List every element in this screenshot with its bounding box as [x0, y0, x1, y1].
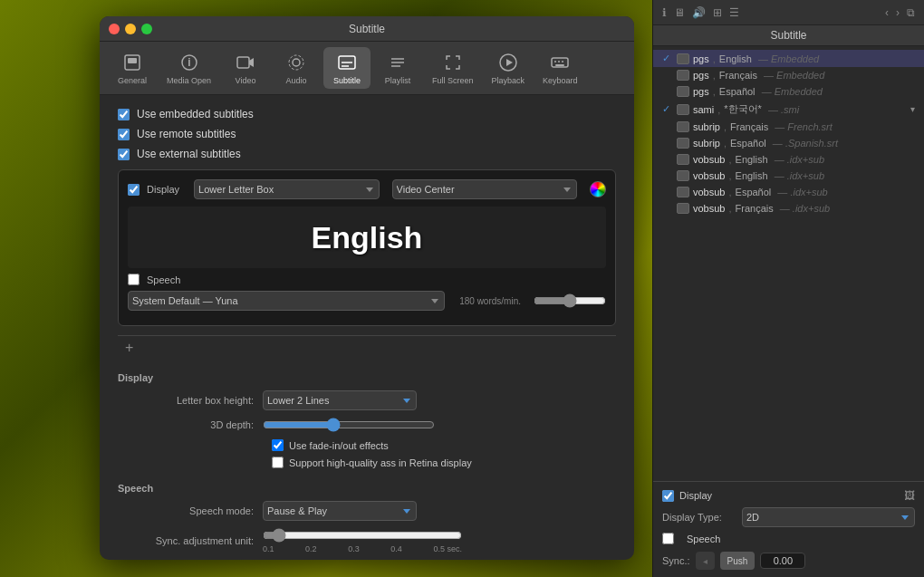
- display-preview-checkbox[interactable]: [128, 184, 140, 196]
- subtitle-item[interactable]: pgs , Français — Embedded: [653, 67, 924, 83]
- retina-checkbox[interactable]: [272, 457, 284, 468]
- fullscreen-icon: [441, 51, 465, 74]
- external-checkbox[interactable]: [118, 149, 130, 160]
- minimize-button[interactable]: [125, 24, 136, 34]
- subtitle-check: ✓: [662, 103, 673, 115]
- traffic-lights: [109, 24, 152, 34]
- remote-checkbox[interactable]: [118, 129, 130, 140]
- speech-mode-label: Speech mode:: [118, 505, 263, 516]
- words-per-min: 180 words/min.: [459, 296, 521, 306]
- subtitle-item[interactable]: vobsub , English — .idx+sub: [653, 151, 924, 168]
- toolbar-subtitle-label: Subtitle: [333, 76, 361, 85]
- subtitle-preview-box: Display Lower Letter Box Upper Letter Bo…: [118, 169, 616, 326]
- speech-bottom-row: Speech: [662, 533, 915, 544]
- embedded-checkbox-row: Use embedded subtitles: [118, 108, 616, 120]
- monitor-icon[interactable]: 🖥: [674, 6, 685, 19]
- fade-checkbox[interactable]: [272, 439, 284, 451]
- subtitle-type-icon: [677, 203, 689, 214]
- toolbar-playlist[interactable]: Playlist: [374, 47, 421, 89]
- embedded-checkbox[interactable]: [118, 109, 130, 120]
- align-select[interactable]: Video Center Video Left Video Right: [392, 179, 577, 199]
- media-open-icon: i: [178, 51, 201, 74]
- playback-icon: [496, 51, 520, 74]
- toolbar-video[interactable]: Video: [222, 47, 269, 89]
- english-text: English: [312, 220, 423, 255]
- retina-label: Support high-quality ass in Retina displ…: [289, 457, 472, 468]
- subtitle-type-icon: [677, 104, 689, 115]
- toolbar-general-label: General: [118, 76, 147, 85]
- toolbar-audio[interactable]: Audio: [273, 47, 320, 89]
- video-icon: [234, 51, 257, 74]
- image-icon[interactable]: 🖼: [904, 489, 915, 502]
- grid-icon[interactable]: ⊞: [713, 6, 722, 19]
- letter-box-select[interactable]: Lower 2 Lines Lower 1 Line Lower 3 Lines: [263, 390, 417, 410]
- volume-icon[interactable]: 🔊: [692, 6, 706, 19]
- subtitle-type-icon: [677, 53, 689, 64]
- subtitle-type-icon: [677, 187, 689, 197]
- toolbar-media-open[interactable]: i Media Open: [159, 47, 218, 89]
- svg-text:i: i: [188, 56, 190, 69]
- position-select[interactable]: Lower Letter Box Upper Letter Box Video …: [194, 179, 379, 199]
- subtitle-type-icon: [677, 86, 689, 97]
- toolbar-fullscreen[interactable]: Full Screen: [425, 47, 481, 89]
- list-icon[interactable]: ☰: [729, 6, 739, 19]
- forward-icon[interactable]: ›: [896, 6, 900, 19]
- subtitle-type-icon: [677, 70, 689, 81]
- toolbar-keyboard[interactable]: Keyboard: [535, 47, 585, 89]
- add-subtitle-button[interactable]: +: [118, 335, 616, 360]
- svg-point-5: [293, 59, 300, 66]
- depth-label: 3D depth:: [118, 419, 263, 430]
- subtitle-item[interactable]: vobsub , Español — .idx+sub: [653, 184, 924, 200]
- english-display: English: [128, 207, 606, 268]
- speech-checkbox[interactable]: [128, 274, 140, 285]
- remote-label: Use remote subtitles: [137, 128, 236, 140]
- top-bar: ℹ 🖥 🔊 ⊞ ☰ ‹ › ⧉: [653, 0, 924, 25]
- speech-voice-select[interactable]: System Default — Yuna: [128, 291, 445, 311]
- toolbar: General i Media Open Video Audio Subtitl…: [100, 42, 634, 95]
- subtitle-item[interactable]: subrip , Français — French.srt: [653, 119, 924, 135]
- toolbar-video-label: Video: [236, 76, 256, 85]
- subtitle-type-icon: [677, 154, 689, 165]
- color-wheel[interactable]: [590, 181, 606, 197]
- back-icon[interactable]: ‹: [885, 6, 889, 19]
- sync-push-button[interactable]: Push: [720, 552, 756, 570]
- subtitle-item[interactable]: subrip , Español — .Spanish.srt: [653, 135, 924, 151]
- external-label: Use external subtitles: [137, 148, 241, 160]
- speech-bottom-checkbox[interactable]: [662, 533, 674, 544]
- toolbar-audio-label: Audio: [286, 76, 307, 85]
- info-icon[interactable]: ℹ: [662, 6, 667, 19]
- toolbar-playback[interactable]: Playback: [485, 47, 533, 89]
- top-bar-right-icons: ‹ › ⧉: [885, 6, 915, 19]
- sync-slider[interactable]: [263, 528, 462, 543]
- retina-option: Support high-quality ass in Retina displ…: [272, 457, 616, 468]
- subtitle-item[interactable]: vobsub , Français — .idx+sub: [653, 200, 924, 216]
- subtitle-item[interactable]: ✓ sami , *한국어* — .smi ▾: [653, 100, 924, 119]
- svg-point-6: [289, 55, 303, 70]
- toolbar-general[interactable]: General: [109, 47, 156, 89]
- subtitle-item[interactable]: ✓ pgs , English — Embedded: [653, 50, 924, 67]
- subtitle-type-icon: [677, 170, 689, 181]
- depth-row: 3D depth:: [118, 418, 616, 432]
- chevron-down-icon[interactable]: ▾: [910, 104, 915, 114]
- depth-slider[interactable]: [263, 418, 435, 432]
- speech-mode-select[interactable]: Pause & Play Read All Disabled: [263, 501, 417, 521]
- words-slider[interactable]: [534, 293, 606, 308]
- svg-rect-1: [128, 58, 137, 63]
- subtitle-item[interactable]: pgs , Español — Embedded: [653, 83, 924, 100]
- close-button[interactable]: [109, 24, 120, 34]
- general-icon: [120, 51, 144, 74]
- speech-label: Speech: [147, 274, 180, 285]
- display-type-row: Display Type: 2D 3D Left/Right 3D Top/Bo…: [662, 507, 915, 527]
- maximize-button[interactable]: [141, 24, 152, 34]
- speech-voice-row: System Default — Yuna 180 words/min.: [128, 291, 606, 311]
- sync-back-button[interactable]: ◂: [696, 552, 715, 570]
- display-type-select[interactable]: 2D 3D Left/Right 3D Top/Bottom: [742, 507, 915, 527]
- display-bottom-label: Display: [679, 490, 712, 501]
- window-controls-icon[interactable]: ⧉: [907, 6, 915, 19]
- toolbar-subtitle[interactable]: Subtitle: [323, 47, 371, 89]
- sync-value-input[interactable]: [760, 553, 805, 569]
- svg-rect-4: [237, 57, 249, 68]
- keyboard-icon: [548, 51, 572, 74]
- display-bottom-checkbox[interactable]: [662, 490, 674, 502]
- subtitle-item[interactable]: vobsub , English — .idx+sub: [653, 168, 924, 184]
